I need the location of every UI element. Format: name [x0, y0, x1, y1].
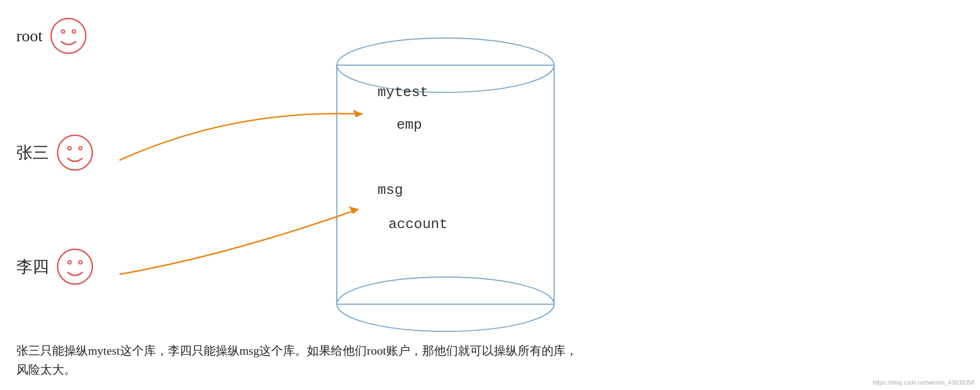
person-root-face: [49, 16, 88, 55]
bottom-text-line1: 张三只能操纵mytest这个库，李四只能操纵msg这个库。如果给他们root账户…: [16, 341, 577, 360]
person-zhangsan-label: 张三: [16, 142, 49, 164]
svg-point-5: [51, 18, 86, 53]
svg-point-13: [79, 261, 82, 264]
svg-point-1: [337, 38, 554, 92]
svg-point-12: [68, 261, 71, 264]
svg-point-11: [58, 249, 92, 284]
svg-point-6: [61, 30, 65, 33]
person-root: root: [16, 16, 88, 55]
bottom-description: 张三只能操纵mytest这个库，李四只能操纵msg这个库。如果给他们root账户…: [16, 341, 577, 379]
person-lisi-label: 李四: [16, 256, 49, 278]
svg-rect-0: [337, 65, 554, 304]
person-zhangsan-face: [55, 133, 95, 172]
person-root-label: root: [16, 27, 42, 45]
bottom-text-line2: 风险太大。: [16, 360, 577, 379]
svg-point-2: [337, 277, 554, 331]
db-table-emp: emp: [397, 117, 422, 133]
person-lisi-face: [55, 247, 95, 286]
db-table-msg: msg: [378, 182, 403, 198]
db-table-mytest: mytest: [378, 84, 429, 100]
watermark: https://blog.csdn.net/weixin_43039358: [873, 379, 975, 386]
person-lisi: 李四: [16, 247, 95, 286]
db-table-account: account: [388, 216, 448, 232]
person-zhangsan: 张三: [16, 133, 95, 172]
svg-marker-4: [349, 206, 359, 214]
svg-point-8: [58, 135, 92, 170]
svg-marker-3: [353, 110, 363, 117]
svg-point-10: [79, 147, 82, 150]
svg-point-7: [72, 30, 76, 33]
svg-point-9: [68, 147, 71, 150]
